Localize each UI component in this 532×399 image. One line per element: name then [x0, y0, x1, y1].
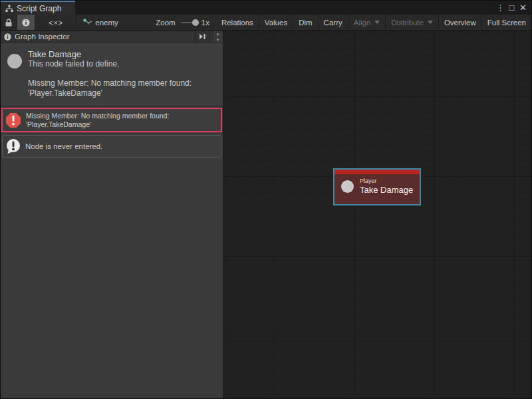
dropdown-arrow-icon [374, 21, 380, 24]
carry-label: Carry [324, 19, 342, 27]
node-texts: Player Take Damage [360, 178, 413, 196]
spacer [28, 69, 192, 78]
carry-button[interactable]: Carry [319, 15, 348, 30]
full-screen-label: Full Screen [487, 19, 526, 27]
distribute-button[interactable]: Distribute [386, 15, 439, 30]
align-button[interactable]: Align [348, 15, 386, 30]
lock-button[interactable] [1, 15, 17, 30]
warning-message-text: Node is never entered. [25, 142, 102, 150]
breadcrumb-label: enemy [95, 19, 118, 27]
scroll-up-icon[interactable]: ▲ [213, 31, 223, 37]
script-graph-asset-icon [83, 19, 92, 26]
node-info-section: Take Damage This node failed to define. … [1, 43, 223, 106]
error-octagon-icon [5, 112, 21, 128]
breadcrumb[interactable]: enemy [77, 15, 137, 30]
lock-icon [5, 19, 12, 27]
node-content: Player Take Damage [334, 174, 420, 196]
code-icon: <×> [41, 19, 71, 27]
dim-button[interactable]: Dim [293, 15, 318, 30]
node-info-title: Take Damage [28, 49, 192, 59]
inspector-empty-area [1, 160, 223, 398]
warning-message-box: Node is never entered. [2, 135, 221, 158]
graph-canvas[interactable]: Player Take Damage [224, 31, 531, 398]
dim-label: Dim [299, 19, 312, 27]
node-info-error-line1: Missing Member: No matching member found… [28, 78, 192, 88]
relations-label: Relations [221, 19, 253, 27]
node-info-subtitle: This node failed to define. [28, 59, 192, 69]
zoom-value: 1x [201, 19, 209, 27]
take-damage-node[interactable]: Player Take Damage [333, 168, 421, 205]
align-label: Align [354, 19, 371, 27]
panel-scrollbar: ▲ ▼ [213, 31, 223, 43]
distribute-label: Distribute [391, 19, 424, 27]
values-button[interactable]: Values [259, 15, 293, 30]
script-graph-window: Script Graph ⋮ □ ✕ [0, 0, 532, 399]
main-area: Graph Inspector ▲ ▼ Tak [1, 31, 531, 398]
error-message-line2: 'Player.TakeDamage' [26, 120, 169, 129]
zoom-control: Zoom 1x [137, 15, 216, 30]
tab-title: Script Graph [17, 4, 61, 13]
values-label: Values [265, 19, 287, 27]
relations-button[interactable]: Relations [216, 15, 259, 30]
full-screen-button[interactable]: Full Screen [482, 15, 531, 30]
error-message-box: Missing Member: No matching member found… [1, 108, 222, 132]
graph-inspector-panel: Graph Inspector ▲ ▼ Tak [1, 31, 224, 398]
graph-inspector-header: Graph Inspector ▲ ▼ [1, 31, 223, 43]
window-controls: ⋮ □ ✕ [495, 1, 531, 15]
node-icon [341, 180, 354, 193]
node-error-strip [334, 170, 420, 174]
overview-label: Overview [444, 19, 476, 27]
info-icon [22, 19, 30, 27]
maximize-icon[interactable]: □ [506, 1, 517, 14]
node-type-icon [7, 54, 22, 68]
dock-icon [198, 33, 206, 40]
dock-panel-button[interactable] [195, 31, 209, 43]
close-icon[interactable]: ✕ [517, 1, 529, 14]
dropdown-arrow-icon [428, 21, 433, 24]
node-title-label: Take Damage [360, 185, 413, 196]
node-info-texts: Take Damage This node failed to define. … [28, 49, 192, 98]
menu-icon[interactable]: ⋮ [495, 1, 506, 14]
inspector-toggle-button[interactable] [17, 15, 35, 30]
overview-button[interactable]: Overview [439, 15, 482, 30]
node-info-error-line2: 'Player.TakeDamage' [28, 88, 192, 98]
error-message-texts: Missing Member: No matching member found… [26, 112, 169, 129]
code-preview-button[interactable]: <×> [35, 15, 77, 30]
graph-toolbar: <×> enemy Zoom 1x Relations Val [1, 15, 531, 31]
tab-script-graph[interactable]: Script Graph [1, 1, 75, 15]
panel-title: Graph Inspector [15, 33, 69, 41]
graph-icon [5, 5, 13, 13]
zoom-slider[interactable] [181, 22, 196, 23]
error-message-line1: Missing Member: No matching member found… [26, 112, 169, 120]
warning-bubble-icon [5, 138, 21, 154]
info-icon [4, 33, 11, 41]
zoom-label: Zoom [156, 19, 175, 27]
tab-bar: Script Graph ⋮ □ ✕ [1, 1, 531, 15]
zoom-slider-thumb[interactable] [192, 19, 199, 26]
scroll-down-icon[interactable]: ▼ [213, 37, 223, 43]
node-source-label: Player [360, 178, 413, 185]
